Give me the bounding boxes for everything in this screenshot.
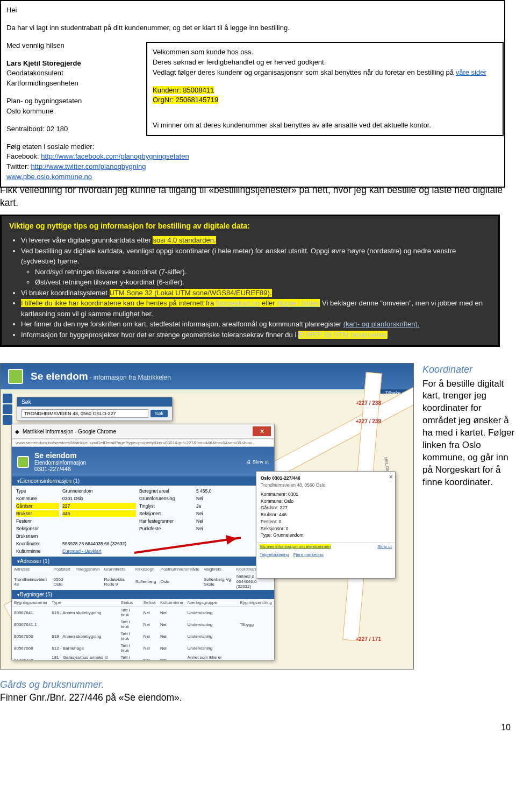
table-row: 81325278181 - Garasjeuthus anneks til bo…	[12, 654, 274, 660]
matrikkel-header: Se eiendom Eiendomsinformasjon 0301-227/…	[12, 447, 274, 476]
page-number: 10	[0, 723, 511, 732]
se-title: Se eiendom	[31, 371, 88, 382]
section-bygninger[interactable]: Bygninger (5)	[12, 590, 274, 599]
bygninger-header-row: BygningsnummerTypeStatusSefrakKulturminn…	[12, 599, 274, 607]
popup-rows: Kommunenr: 0301 Kommune: Oslo Gårdsnr: 2…	[261, 491, 391, 539]
tip-5: Her finner du den nye forskriften om kar…	[21, 319, 491, 330]
kartverket-logo-icon	[8, 369, 23, 384]
facebook-link[interactable]: http://www.facebook.com/planogbygningset…	[41, 152, 189, 160]
twitter-link[interactable]: http://www.twitter.com/planogbygning	[31, 162, 146, 170]
chrome-favicon-icon: ◆	[15, 429, 19, 435]
se-eiendom-header: Se eiendom - informasjon fra Matrikkelen	[1, 364, 413, 389]
section-adresser[interactable]: Adresser (1)	[12, 557, 274, 566]
kundenr-highlight: Kundenr: 85008411	[153, 86, 214, 94]
planforskrift-link[interactable]: (kart- og planforskriften).	[343, 320, 420, 328]
map-tools	[3, 394, 13, 425]
tool-search-icon[interactable]	[3, 415, 12, 425]
marker-1: +227 / 238	[355, 400, 381, 406]
tip-3: Vi bruker koordinatsystemet UTM Sone 32 …	[21, 288, 491, 298]
email1-fb: Facebook: http://www.facebook.com/planog…	[6, 152, 499, 162]
adresser-header-row: AdressePoststedTilleggsnavnGrunnkretsKir…	[12, 566, 274, 573]
tool-expand-icon[interactable]	[3, 394, 12, 403]
popup-address: Trondheimsveien 48, 0560 Oslo	[261, 482, 391, 489]
tip-4: I tilfelle du ikke har koordinatene kan …	[21, 298, 491, 319]
email-2: Velkommen som kunde hos oss. Deres søkna…	[146, 42, 504, 136]
se-eiendom-screenshot: Se eiendom - informasjon fra Matrikkelen…	[0, 363, 414, 669]
fjern-markering-link[interactable]: Fjern markering	[293, 552, 324, 557]
tip-2-2: Øst/vest retningen tilsvarer y-koordinat…	[35, 277, 491, 288]
email2-l3: Vedlagt følger deres kundenr og organisa…	[153, 68, 497, 78]
map-popup: × Oslo 0301-227/446 Trondheimsveien 48, …	[256, 471, 396, 579]
email2-l4: Vi minner om at deres kundenummer skal b…	[153, 120, 497, 131]
bygninger-table: BygningsnummerTypeStatusSefrakKulturminn…	[12, 599, 274, 660]
tool-home-icon[interactable]	[3, 404, 12, 414]
search-head: Søk	[17, 397, 172, 407]
se-subtitle: - informasjon fra Matrikkelen	[89, 374, 170, 381]
email1-body: Da har vi lagt inn studentrabatt på ditt…	[6, 23, 499, 33]
tip-6: Informasjon for byggeprosjekter hvor det…	[21, 330, 491, 340]
vare-sider-link[interactable]: våre sider	[456, 68, 486, 76]
gards-bruksnr-block: Gårds og bruksnummer. Finner Gnr./Bnr. 2…	[0, 679, 516, 703]
email2-l2: Deres søknad er ferdigbehandlet og er he…	[153, 58, 497, 68]
email-screenshots: Hei Da har vi lagt inn studentrabatt på …	[0, 0, 516, 177]
adresser-table: AdressePoststedTilleggsnavnGrunnkretsKir…	[12, 566, 274, 590]
email1-social-heading: Følg etaten i sosiale medier:	[6, 142, 499, 152]
email2-l1: Velkommen som kunde hos oss.	[153, 47, 497, 58]
paragraph-1: Fikk veiledning for hvordan jeg kunne få…	[0, 184, 516, 209]
address-bar[interactable]: www.seeiendom.no/services/Matrikkel.svc/…	[12, 439, 274, 447]
marker-2: +227 / 239	[355, 418, 381, 424]
table-row: 80567641619 - Annen skolebygningTatt i b…	[12, 607, 274, 619]
tip-2: Ved bestilling av digitale kartdata, ven…	[21, 246, 491, 288]
window-title: Matrikkel informasjon - Google Chrome	[23, 429, 116, 435]
popup-print-link[interactable]: Skriv ut	[377, 544, 392, 549]
popup-close-button[interactable]: ×	[389, 473, 393, 481]
table-row: Trondheimsveien 480560 OsloRodeløkka Rod…	[12, 573, 274, 590]
orgnr-highlight: OrgNr: 25068145719	[153, 96, 218, 104]
table-row: 80567668612 - BarnehageTatt i brukNeiNei…	[12, 642, 274, 654]
window-titlebar: ◆ Matrikkel informasjon - Google Chrome …	[12, 424, 274, 439]
popup-links: Vis mer informasjon om eiendommen Skriv …	[256, 542, 395, 551]
tips-title: Viktige og nyttige tips og informasjon f…	[9, 220, 491, 232]
koordinater-text: For å bestille digitalt kart, trenger je…	[422, 378, 516, 489]
kartverket-logo-small-icon	[17, 456, 29, 468]
koordinater-heading: Koordinater	[422, 363, 516, 376]
eiendom-info-grid: TypeGrunneiendom Beregnet areal5 455,0 K…	[12, 486, 274, 557]
tips-box: Viktige og nyttige tips og informasjon f…	[0, 215, 500, 347]
norgeibilder-link[interactable]: Norge i bilder.	[277, 299, 320, 307]
section-eiendomsinfo[interactable]: Eiendomsinformasjon (1)	[12, 476, 274, 486]
tip-2-1: Nord/syd retningen tilsvarer x-koordinat…	[35, 267, 491, 277]
email1-tw: Twitter: http://www.twitter.com/planogby…	[6, 162, 499, 172]
window-close-button[interactable]: ✕	[253, 426, 271, 436]
popup-more-info-link[interactable]: Vis mer informasjon om eiendommen	[260, 544, 331, 549]
pbe-link[interactable]: www.pbe.oslo.kommune.no	[6, 173, 92, 181]
popup-title: Oslo 0301-227/446	[261, 475, 391, 482]
search-panel: Søk Søk	[17, 397, 173, 421]
gards-text: Finner Gnr./Bnr. 227/446 på «Se eiendom»…	[0, 692, 516, 703]
email1-greeting: Hei	[6, 5, 499, 16]
norgeskart-link[interactable]: Norgeskart.no	[216, 299, 260, 307]
teigforklaring-link[interactable]: Teigreforklaring	[260, 552, 289, 557]
tip-1: Vi leverer våre digitale grunnkartdata e…	[21, 235, 491, 246]
print-icon: 🖨	[246, 459, 251, 465]
table-row: 80567650619 - Annen skolebygningTatt i b…	[12, 630, 274, 642]
search-button[interactable]: Søk	[150, 410, 168, 417]
print-button[interactable]: 🖨 Skriv ut	[246, 459, 269, 465]
gards-heading: Gårds og bruksnummer.	[0, 679, 516, 690]
euref-link[interactable]: EUREF 89 NTM beskrivelse.	[298, 331, 388, 339]
marker-4: +227 / 171	[355, 636, 381, 642]
search-input[interactable]	[22, 409, 148, 418]
side-column: Koordinater For å bestille digitalt kart…	[422, 363, 516, 489]
table-row: 80567641-1Tatt i brukNeiNeiUndervisningT…	[12, 618, 274, 630]
